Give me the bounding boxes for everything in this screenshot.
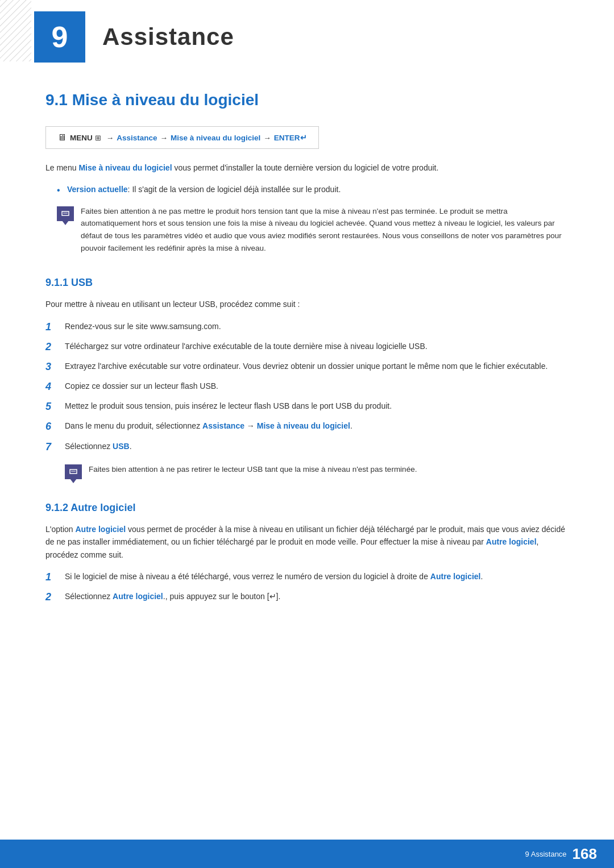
- usb-step-5: 5 Mettez le produit sous tension, puis i…: [45, 400, 569, 414]
- chapter-number: 9: [34, 11, 85, 63]
- step6-mise-a-niveau: Mise à niveau du logiciel: [257, 421, 350, 430]
- autre-logiciel-step-2: 2 Sélectionnez Autre logiciel., puis app…: [45, 590, 569, 604]
- nav-arrow-3: →: [263, 134, 271, 142]
- grid-icon: ⊞: [95, 134, 101, 142]
- autre-logiciel-steps: 1 Si le logiciel de mise à niveau a été …: [45, 570, 569, 604]
- menu-icon: 🖥: [57, 132, 67, 143]
- step7-usb: USB: [113, 442, 130, 451]
- note-text-1: Faites bien attention à ne pas mettre le…: [81, 205, 569, 254]
- footer-text: 9 Assistance: [525, 850, 567, 858]
- usb-step-4: 4 Copiez ce dossier sur un lecteur flash…: [45, 380, 569, 394]
- usb-step-6: 6 Dans le menu du produit, sélectionnez …: [45, 420, 569, 434]
- section-9-1-heading: 9.1 Mise à niveau du logiciel: [45, 91, 569, 109]
- usb-step-1: 1 Rendez-vous sur le site www.samsung.co…: [45, 320, 569, 334]
- autre-logiciel-ref-1: Autre logiciel: [430, 572, 481, 581]
- nav-mise-a-niveau: Mise à niveau du logiciel: [171, 134, 260, 142]
- note-box-1: Faites bien attention à ne pas mettre le…: [57, 205, 569, 254]
- section-9-1-2-intro: L'option Autre logiciel vous permet de p…: [45, 523, 569, 561]
- nav-arrow-2: →: [160, 134, 168, 142]
- usb-step-7: 7 Sélectionnez USB.: [45, 440, 569, 454]
- autre-logiciel-step-1: 1 Si le logiciel de mise à niveau a été …: [45, 570, 569, 584]
- section-9-1-1-heading: 9.1.1 USB: [45, 277, 569, 289]
- menu-label: MENU: [70, 134, 93, 142]
- page-header: 9 Assistance: [0, 0, 614, 68]
- nav-arrow-1: →: [106, 134, 114, 142]
- usb-steps-list: 1 Rendez-vous sur le site www.samsung.co…: [45, 320, 569, 454]
- note-box-2: Faites bien attention à ne pas retirer l…: [65, 463, 569, 479]
- autre-logiciel-bold-2: Autre logiciel: [486, 537, 537, 546]
- version-actuelle-label: Version actuelle: [67, 185, 128, 194]
- note-icon-1: [57, 206, 74, 221]
- page-footer: 9 Assistance 168: [0, 840, 614, 868]
- note-text-2: Faites bien attention à ne pas retirer l…: [89, 463, 417, 476]
- step6-assistance: Assistance: [202, 421, 244, 430]
- footer-page-number: 168: [572, 845, 597, 863]
- note-icon-2: [65, 464, 82, 479]
- chapter-title: Assistance: [102, 23, 234, 51]
- menu-nav-box: 🖥 MENU ⊞ → Assistance → Mise à niveau du…: [45, 126, 319, 149]
- bullet-item-version: Version actuelle: Il s'agit de la versio…: [57, 183, 569, 196]
- header-decoration: [0, 0, 31, 61]
- usb-step-3: 3 Extrayez l'archive exécutable sur votr…: [45, 360, 569, 374]
- autre-logiciel-ref-2: Autre logiciel: [113, 592, 163, 601]
- autre-logiciel-bold-1: Autre logiciel: [76, 525, 126, 534]
- usb-step-2: 2 Téléchargez sur votre ordinateur l'arc…: [45, 340, 569, 354]
- bullet-list: Version actuelle: Il s'agit de la versio…: [57, 183, 569, 196]
- svg-rect-1: [0, 0, 31, 61]
- nav-enter: ENTER↵: [274, 133, 307, 142]
- section-9-1-2-heading: 9.1.2 Autre logiciel: [45, 502, 569, 514]
- nav-assistance: Assistance: [117, 134, 157, 142]
- mise-a-niveau-bold: Mise à niveau du logiciel: [78, 163, 172, 172]
- main-content: 9.1 Mise à niveau du logiciel 🖥 MENU ⊞ →…: [0, 74, 614, 647]
- section-9-1-1-intro: Pour mettre à niveau en utilisant un lec…: [45, 298, 569, 310]
- section-9-1-intro: Le menu Mise à niveau du logiciel vous p…: [45, 161, 569, 174]
